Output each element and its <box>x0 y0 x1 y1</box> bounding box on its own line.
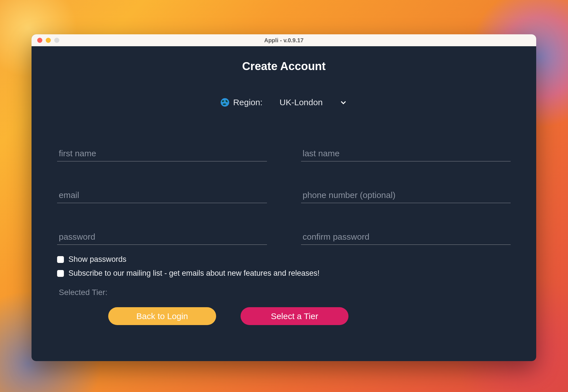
first-name-field[interactable] <box>57 147 267 161</box>
show-passwords-label: Show passwords <box>68 255 126 264</box>
window-close-button[interactable] <box>37 38 42 43</box>
subscribe-label: Subscribe to our mailing list - get emai… <box>68 269 319 278</box>
titlebar: Appli - v.0.9.17 <box>32 34 536 46</box>
svg-point-0 <box>221 98 229 106</box>
region-select[interactable]: UK-London <box>279 98 347 107</box>
last-name-field[interactable] <box>301 147 511 161</box>
show-passwords-row[interactable]: Show passwords <box>57 255 511 264</box>
subscribe-checkbox[interactable] <box>57 270 64 277</box>
phone-field[interactable] <box>301 189 511 203</box>
region-label: Region: <box>233 98 262 107</box>
content-area: Create Account Region: UK-London <box>32 46 536 336</box>
first-name-field-wrapper <box>57 147 267 161</box>
email-field[interactable] <box>57 189 267 203</box>
window-minimize-button[interactable] <box>46 38 51 43</box>
select-a-tier-button[interactable]: Select a Tier <box>241 307 348 325</box>
buttons-row: Back to Login Select a Tier <box>57 307 511 325</box>
selected-tier-label: Selected Tier: <box>57 288 511 297</box>
email-field-wrapper <box>57 189 267 203</box>
form-grid <box>57 147 511 245</box>
password-field-wrapper <box>57 230 267 245</box>
globe-icon <box>221 98 229 107</box>
phone-field-wrapper <box>301 189 511 203</box>
chevron-down-icon <box>340 99 347 106</box>
confirm-password-field[interactable] <box>301 230 511 245</box>
confirm-password-field-wrapper <box>301 230 511 245</box>
subscribe-row[interactable]: Subscribe to our mailing list - get emai… <box>57 269 511 278</box>
region-label-group: Region: <box>221 98 262 107</box>
window-zoom-button[interactable] <box>54 38 59 43</box>
back-to-login-button[interactable]: Back to Login <box>108 307 216 325</box>
traffic-lights <box>32 38 59 43</box>
region-selected-value: UK-London <box>279 98 323 107</box>
region-row: Region: UK-London <box>57 98 511 107</box>
page-title: Create Account <box>57 60 511 73</box>
show-passwords-checkbox[interactable] <box>57 256 64 263</box>
checkbox-group: Show passwords Subscribe to our mailing … <box>57 255 511 278</box>
password-field[interactable] <box>57 230 267 245</box>
app-window: Appli - v.0.9.17 Create Account Region: … <box>32 34 536 361</box>
last-name-field-wrapper <box>301 147 511 161</box>
window-title: Appli - v.0.9.17 <box>264 37 304 44</box>
